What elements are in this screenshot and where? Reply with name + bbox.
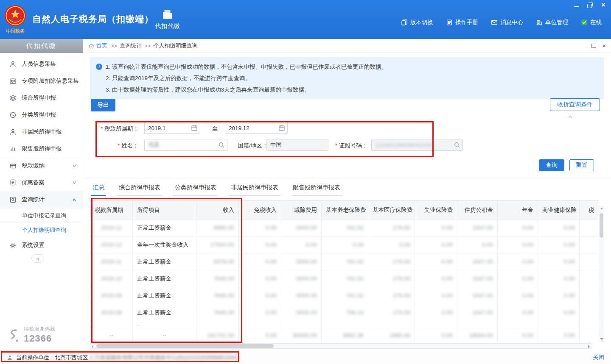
- cell: 正常工资薪金: [133, 220, 196, 236]
- header-link-message-center[interactable]: 消息中心: [491, 19, 523, 26]
- sidebar-item-label: 税款缴纳: [22, 162, 45, 169]
- sidebar-item-preferential-record[interactable]: 优惠备案∨: [0, 174, 83, 191]
- cell: 0.00: [368, 236, 415, 253]
- scroll-up-icon[interactable]: [600, 208, 603, 209]
- hotline-number: 12366: [24, 333, 56, 344]
- tab-4[interactable]: 非居民所得申报表: [229, 182, 280, 196]
- sidebar-subitem-personal-withholding-detail-query[interactable]: 个人扣缴明细查询: [0, 222, 83, 237]
- cell: 5000.00: [281, 220, 322, 236]
- table-row: 2019-12正常工资薪金9985.000.005000.00761.52279…: [90, 220, 599, 236]
- panel-close-icon[interactable]: ×: [602, 43, 606, 48]
- cell: 0.00: [498, 304, 538, 321]
- cell: 0.00: [239, 220, 281, 236]
- horizontal-scrollbar[interactable]: [90, 343, 591, 349]
- close-icon[interactable]: ×: [600, 2, 607, 8]
- period-to-input[interactable]: 2019.12: [225, 122, 288, 134]
- cell: 2019-09: [90, 287, 133, 304]
- cell: 761.52: [322, 253, 368, 270]
- cell: [580, 253, 599, 270]
- sidebar-item-restricted-stock-declare[interactable]: 限售股所得申报: [0, 140, 83, 157]
- minimize-icon[interactable]: [573, 2, 580, 8]
- breadcrumb-home[interactable]: 首页: [96, 42, 107, 50]
- cell: 2019-11: [90, 253, 133, 270]
- stock-icon: [9, 145, 17, 152]
- cell: 0.00: [538, 304, 580, 321]
- cell: 279.00: [368, 253, 415, 270]
- calendar-icon[interactable]: [191, 125, 198, 131]
- header-link-label: 单位管理: [545, 19, 568, 26]
- cell: 0.00: [415, 287, 457, 304]
- search-icon[interactable]: [454, 142, 460, 148]
- sidebar-item-system-settings[interactable]: 系统设置: [0, 237, 83, 254]
- cell: 正常工资薪金: [133, 287, 196, 304]
- sidebar-item-classified-income-declare[interactable]: 分类所得申报: [0, 106, 83, 123]
- header-link-online-status[interactable]: 在线: [581, 19, 602, 26]
- header-link-version-switch[interactable]: 版本切换: [401, 19, 433, 26]
- sidebar-item-comprehensive-income-declare[interactable]: 综合所得申报: [0, 89, 83, 106]
- chevron-up-icon[interactable]: ∧: [567, 114, 574, 119]
- table-row: 2019-10正常工资薪金7645.000.005000.00761.52279…: [90, 270, 599, 287]
- sidebar-item-personnel-info-collect[interactable]: 人员信息采集: [0, 56, 83, 72]
- sidebar-item-tax-payment[interactable]: 税款缴纳∨: [0, 157, 83, 174]
- period-from-input[interactable]: 2019.1: [144, 122, 200, 134]
- sidebar-header: 代扣代缴: [0, 39, 83, 53]
- cell: 正常工资薪金: [133, 253, 196, 270]
- cell: 279.00: [368, 287, 415, 304]
- sidebar-collapse-button[interactable]: «: [31, 254, 44, 263]
- id-number-input[interactable]: 110355199306042233: [371, 139, 463, 151]
- export-button[interactable]: 导出: [91, 99, 115, 111]
- tab-withholding[interactable]: 代扣代缴: [149, 9, 186, 30]
- notice-line-2: 2. 只能查询2019年及之后的数据，不能进行跨年度查询。: [96, 72, 598, 84]
- sidebar-item-label: 分类所得申报: [22, 111, 56, 119]
- cell: 7645.00: [196, 304, 239, 321]
- cell: 2019-12: [90, 220, 133, 236]
- column-header: 收入: [196, 201, 239, 220]
- sidebar-item-label: 查询统计: [22, 196, 45, 203]
- vertical-scroll-thumb[interactable]: [600, 213, 603, 238]
- query-button[interactable]: 查询: [539, 159, 564, 171]
- reset-button[interactable]: 重置: [569, 159, 594, 171]
- hotline: 纳税服务热线 12366: [6, 326, 56, 344]
- cell: [580, 321, 599, 327]
- scroll-left-icon[interactable]: [92, 345, 93, 348]
- restore-icon[interactable]: [586, 2, 593, 8]
- pie-icon: [9, 111, 17, 119]
- collapse-query-button[interactable]: 收折查询条件: [550, 98, 600, 111]
- scroll-right-icon[interactable]: [588, 345, 590, 348]
- calendar-icon[interactable]: [278, 125, 285, 131]
- cell: 5000.00: [281, 304, 322, 321]
- cell: --: [133, 327, 196, 342]
- tab-5[interactable]: 限售股所得申报表: [291, 182, 342, 196]
- table-row: 2019-12全年一次性奖金收入27500.000.000.000.000.00…: [90, 236, 599, 253]
- header-link-manual[interactable]: 操作手册: [446, 19, 478, 26]
- column-header: 减除费用: [281, 201, 322, 220]
- tab-3[interactable]: 分类所得申报表: [173, 182, 218, 196]
- sidebar-item-query-statistics[interactable]: 查询统计∧: [0, 191, 83, 208]
- sidebar-item-label: 专项附加扣除信息采集: [22, 77, 79, 85]
- nationality-label: 国籍/地区：: [238, 142, 268, 150]
- sidebar-subitem-unit-declare-record-query[interactable]: 单位申报记录查询: [0, 208, 83, 222]
- cell: 5000.00: [281, 270, 322, 287]
- vertical-scrollbar[interactable]: [599, 206, 604, 342]
- id-collect-icon: [9, 78, 17, 85]
- tab-2[interactable]: 综合所得申报表: [117, 182, 162, 196]
- horizontal-scroll-thumb[interactable]: [96, 344, 274, 348]
- close-link[interactable]: 关闭: [593, 354, 604, 361]
- table-row-partial: ..: [90, 321, 599, 327]
- cell: 60000.00: [281, 327, 322, 342]
- cell: 761.52: [322, 287, 368, 304]
- header-link-org-manage[interactable]: 单位管理: [536, 19, 568, 26]
- sidebar-item-nonresident-income-declare[interactable]: 非居民所得申报: [0, 123, 83, 140]
- breadcrumb-level1[interactable]: 查询统计: [120, 42, 142, 50]
- tab-1[interactable]: 汇总: [91, 182, 106, 196]
- cell: 0.00: [538, 220, 580, 236]
- column-header: 税: [580, 201, 599, 220]
- cell: [368, 321, 415, 327]
- panel-restore-icon[interactable]: [591, 44, 596, 48]
- name-input[interactable]: 马某: [144, 139, 227, 151]
- nationality-input[interactable]: 中国: [266, 139, 328, 151]
- scroll-down-icon[interactable]: [600, 338, 603, 340]
- brand: 中国税务 自然人电子税务局（扣缴端）: [3, 4, 154, 34]
- sidebar-item-special-deduction-collect[interactable]: 专项附加扣除信息采集: [0, 72, 83, 89]
- search-icon[interactable]: [218, 142, 225, 148]
